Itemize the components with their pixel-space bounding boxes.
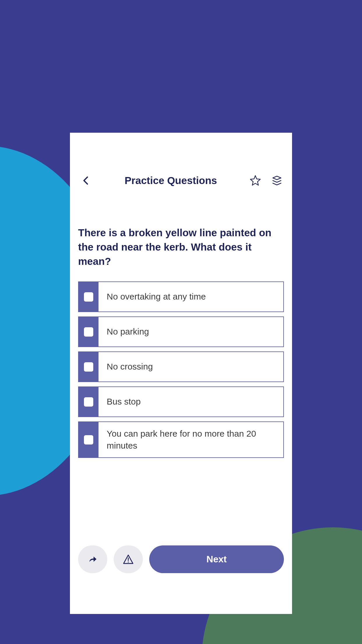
header: Practice Questions bbox=[70, 133, 292, 196]
checkbox-icon bbox=[84, 327, 93, 337]
option-item[interactable]: No crossing bbox=[78, 351, 284, 382]
phone-screen-container: Practice Questions There is a broken yel… bbox=[70, 133, 292, 614]
checkbox-icon bbox=[84, 397, 93, 407]
option-label: No overtaking at any time bbox=[99, 282, 283, 312]
option-checkbox-wrap bbox=[79, 317, 99, 346]
checkbox-icon bbox=[84, 292, 93, 302]
option-checkbox-wrap bbox=[79, 387, 99, 416]
chevron-left-icon bbox=[83, 176, 89, 185]
options-list: No overtaking at any time No parking No … bbox=[78, 281, 284, 458]
next-button[interactable]: Next bbox=[149, 545, 284, 573]
next-button-label: Next bbox=[206, 554, 226, 565]
share-icon bbox=[88, 555, 98, 564]
option-item[interactable]: No overtaking at any time bbox=[78, 281, 284, 312]
header-actions bbox=[249, 174, 283, 187]
page-title: Practice Questions bbox=[99, 175, 243, 186]
report-button[interactable] bbox=[114, 545, 143, 573]
option-item[interactable]: You can park here for no more than 20 mi… bbox=[78, 421, 284, 458]
footer: Next bbox=[70, 537, 292, 614]
question-text: There is a broken yellow line painted on… bbox=[78, 225, 284, 268]
favorite-button[interactable] bbox=[249, 174, 262, 187]
checkbox-icon bbox=[84, 435, 93, 444]
warning-icon bbox=[123, 554, 134, 565]
star-icon bbox=[250, 175, 261, 186]
layers-icon bbox=[272, 175, 282, 186]
svg-point-1 bbox=[128, 561, 129, 562]
option-label: You can park here for no more than 20 mi… bbox=[99, 422, 283, 457]
share-button[interactable] bbox=[78, 545, 107, 573]
layers-button[interactable] bbox=[270, 174, 283, 187]
option-checkbox-wrap bbox=[79, 352, 99, 382]
option-item[interactable]: No parking bbox=[78, 316, 284, 347]
checkbox-icon bbox=[84, 362, 93, 372]
option-label: No parking bbox=[99, 317, 283, 346]
option-checkbox-wrap bbox=[79, 422, 99, 457]
back-button[interactable] bbox=[79, 174, 93, 188]
option-label: Bus stop bbox=[99, 387, 283, 416]
option-label: No crossing bbox=[99, 352, 283, 382]
option-checkbox-wrap bbox=[79, 282, 99, 312]
option-item[interactable]: Bus stop bbox=[78, 386, 284, 417]
content-area: There is a broken yellow line painted on… bbox=[70, 196, 292, 537]
